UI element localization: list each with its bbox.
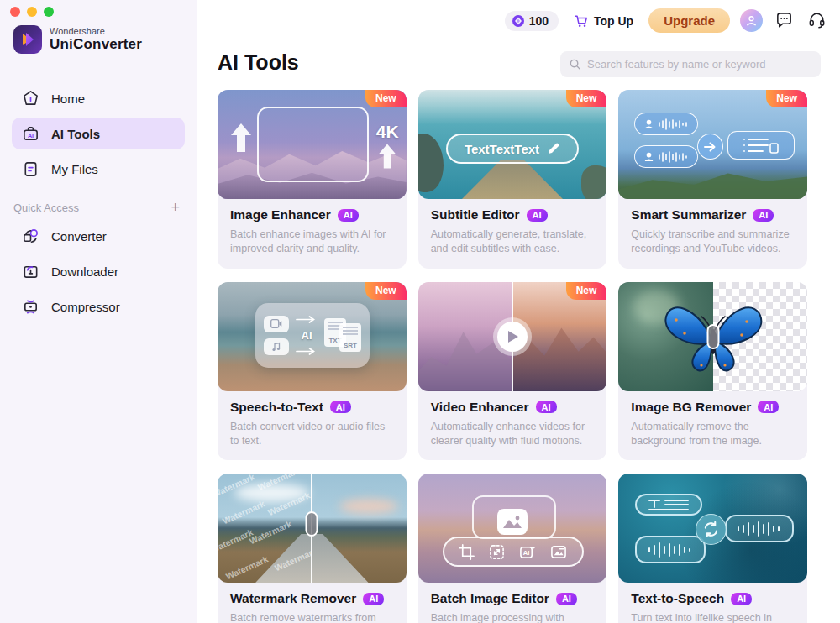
sidebar-item-converter[interactable]: Converter xyxy=(12,220,185,252)
coin-icon xyxy=(512,14,525,28)
convert-sync-icon xyxy=(696,514,727,545)
app-logo: Wondershare UniConverter xyxy=(13,25,142,54)
comparison-slider-handle[interactable] xyxy=(706,324,719,349)
ai-badge: AI xyxy=(556,593,577,605)
voice-clip-graphic xyxy=(634,113,698,135)
ai-badge: AI xyxy=(527,209,548,222)
sidebar-item-ai-tools[interactable]: AI AI Tools xyxy=(12,118,185,149)
card-speech-to-text[interactable]: AI TXT SRT New Speech-to-Text AI Batch c… xyxy=(218,282,407,461)
card-title: Video Enhancer xyxy=(431,400,529,415)
sidebar-item-home[interactable]: Home xyxy=(12,82,185,114)
sidebar-item-compressor[interactable]: Compressor xyxy=(12,291,185,322)
sidebar-item-my-files[interactable]: My Files xyxy=(12,153,185,185)
ai-badge: AI xyxy=(363,593,384,605)
credits-pill[interactable]: 100 xyxy=(505,11,559,31)
card-image-enhancer[interactable]: 4K New Image Enhancer AI Batch enhance i… xyxy=(218,90,407,269)
sidebar-item-label: Compressor xyxy=(51,300,120,314)
ai-retouch-icon: AI xyxy=(519,544,536,560)
card-description: Batch enhance images with AI for improve… xyxy=(230,228,394,257)
arrow-right-icon xyxy=(697,134,723,160)
new-badge: New xyxy=(365,282,407,300)
audio-file-icon xyxy=(264,338,289,355)
waveform-icon xyxy=(658,118,690,130)
quick-access-label: Quick Access xyxy=(13,202,79,214)
card-title: Subtitle Editor xyxy=(431,207,520,222)
top-up-button[interactable]: Top Up xyxy=(569,10,638,32)
new-badge: New xyxy=(766,90,807,107)
play-button-icon xyxy=(493,317,532,356)
svg-text:AI: AI xyxy=(523,549,530,557)
sidebar-nav: Home AI AI Tools My Files Quick Access + xyxy=(0,79,197,326)
edit-pencil-icon xyxy=(547,142,560,155)
minimize-window-button[interactable] xyxy=(27,7,37,17)
card-watermark-remover[interactable]: Watermark Watermark Watermark Watermark … xyxy=(218,474,407,623)
converter-icon xyxy=(22,228,39,245)
text-to-speech-thumbnail xyxy=(618,474,807,583)
speech-to-text-thumbnail: AI TXT SRT New xyxy=(218,282,407,391)
card-description: Automatically enhance videos for clearer… xyxy=(431,420,595,449)
subtitle-sample-text: TextTextText xyxy=(465,142,539,156)
card-title: Watermark Remover xyxy=(230,591,356,606)
sidebar-item-label: My Files xyxy=(51,162,98,176)
card-description: Quickly transcribe and summarize recordi… xyxy=(631,228,795,257)
add-quick-access-icon[interactable]: + xyxy=(167,200,183,215)
chat-bubble-icon xyxy=(774,11,794,30)
headset-icon xyxy=(807,11,827,30)
card-title: Image Enhancer xyxy=(230,207,331,222)
speech-waveform-icon xyxy=(635,536,706,563)
ai-badge: AI xyxy=(753,209,774,222)
card-description: Batch remove watermarks from videos or i… xyxy=(230,611,394,623)
editor-toolbar-graphic: AI xyxy=(443,537,584,567)
uniconverter-logo-icon xyxy=(13,25,42,54)
brand-maker: Wondershare xyxy=(50,26,142,36)
card-description: Batch convert video or audio files to te… xyxy=(230,420,394,449)
card-video-enhancer[interactable]: New Video Enhancer AI Automatically enha… xyxy=(418,282,607,461)
image-icon xyxy=(497,509,528,535)
avatar[interactable] xyxy=(740,9,763,32)
cart-icon xyxy=(574,13,589,29)
zoom-window-button[interactable] xyxy=(44,7,54,17)
video-enhancer-thumbnail: New xyxy=(418,282,607,391)
feedback-button[interactable] xyxy=(773,9,795,32)
sidebar: Wondershare UniConverter Home AI AI Tool… xyxy=(0,0,197,623)
svg-text:AI: AI xyxy=(28,132,34,139)
card-smart-summarizer[interactable]: New Smart Summarizer AI Quickly transcri… xyxy=(618,90,807,269)
ai-label: AI xyxy=(302,329,312,342)
upscale-arrow-icon xyxy=(378,144,396,169)
batch-image-editor-thumbnail: AI xyxy=(418,474,607,583)
upscale-arrow-icon xyxy=(230,123,252,152)
close-window-button[interactable] xyxy=(10,7,20,17)
card-description: Automatically remove the background from… xyxy=(631,420,795,449)
subtitle-pill-graphic: TextTextText xyxy=(446,134,579,164)
search-icon xyxy=(569,58,581,71)
card-batch-image-editor[interactable]: AI Batch Image Editor AI Batch image pro… xyxy=(418,474,607,623)
ai-badge: AI xyxy=(758,400,779,413)
search-bar[interactable] xyxy=(560,51,821,77)
watermark-image-icon xyxy=(550,544,567,560)
card-text-to-speech[interactable]: Text-to-Speech AI Turn text into lifelik… xyxy=(618,474,807,623)
arrow-right-icon xyxy=(296,316,318,323)
quick-access-header: Quick Access + xyxy=(13,200,183,215)
speaker-person-icon xyxy=(643,151,654,162)
resize-icon xyxy=(489,544,505,560)
card-image-bg-remover[interactable]: Image BG Remover AI Automatically remove… xyxy=(618,282,807,461)
sidebar-item-label: Downloader xyxy=(51,264,118,279)
card-subtitle-editor[interactable]: TextTextText New Subtitle Editor AI Auto… xyxy=(418,90,607,269)
sidebar-item-label: Converter xyxy=(51,229,107,243)
support-button[interactable] xyxy=(806,9,828,32)
upgrade-button[interactable]: Upgrade xyxy=(648,8,730,33)
watermark-overlay: Watermark Watermark Watermark Watermark … xyxy=(218,474,312,583)
sidebar-item-downloader[interactable]: Downloader xyxy=(12,255,185,287)
sidebar-item-label: AI Tools xyxy=(51,127,100,141)
ai-tools-icon: AI xyxy=(22,125,39,143)
speaker-person-icon xyxy=(643,118,654,129)
comparison-slider-handle[interactable] xyxy=(306,511,318,537)
top-up-label: Top Up xyxy=(594,14,633,28)
search-input[interactable] xyxy=(587,58,812,71)
arrow-right-icon xyxy=(296,348,318,355)
ai-badge: AI xyxy=(536,400,557,413)
window-controls xyxy=(10,7,54,17)
speech-waveform-icon xyxy=(725,515,794,542)
compressor-icon xyxy=(22,298,39,316)
smart-summarizer-thumbnail: New xyxy=(618,90,807,199)
